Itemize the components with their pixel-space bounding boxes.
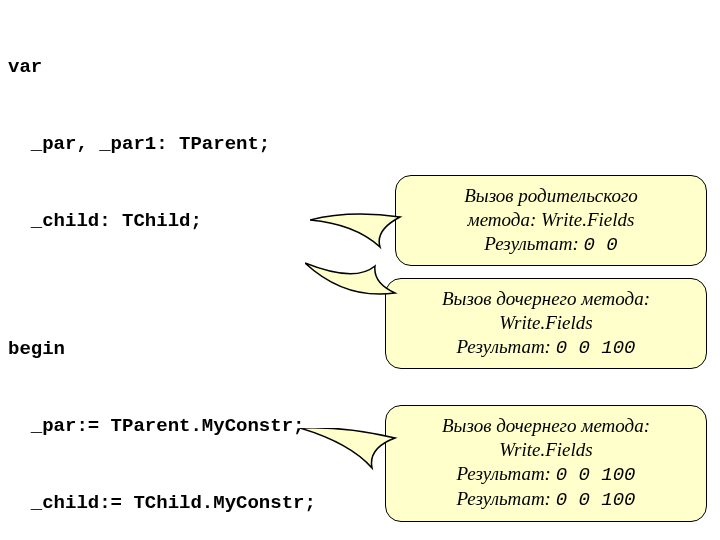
callout-text: метода: Write.Fields xyxy=(406,208,696,232)
result-value: 0 0 xyxy=(584,234,618,256)
result-value: 0 0 100 xyxy=(556,489,636,511)
code-line: _child:= TChild.MyConstr; xyxy=(8,491,316,517)
result-value: 0 0 100 xyxy=(556,464,636,486)
callout-result: Результат: 0 0 100 xyxy=(396,487,696,513)
code-line: var xyxy=(8,55,316,81)
slide-stage: var _par, _par1: TParent; _child: TChild… xyxy=(0,0,720,540)
callout-text: Write.Fields xyxy=(396,438,696,462)
callout-child-method-1: Вызов дочернего метода: Write.Fields Рез… xyxy=(385,278,707,369)
callout-child-method-2: Вызов дочернего метода: Write.Fields Рез… xyxy=(385,405,707,522)
callout-result: Результат: 0 0 xyxy=(406,232,696,258)
callout-tail-icon xyxy=(305,258,400,303)
callout-text: Вызов дочернего метода: xyxy=(396,414,696,438)
callout-result: Результат: 0 0 100 xyxy=(396,462,696,488)
code-line: begin xyxy=(8,337,316,363)
callout-text: Вызов дочернего метода: xyxy=(396,287,696,311)
callout-parent-method: Вызов родительского метода: Write.Fields… xyxy=(395,175,707,266)
callout-text: Вызов родительского xyxy=(406,184,696,208)
result-value: 0 0 100 xyxy=(556,337,636,359)
code-block: var _par, _par1: TParent; _child: TChild… xyxy=(8,4,316,540)
callout-tail-icon xyxy=(310,212,405,252)
result-label: Результат: xyxy=(456,463,551,484)
result-label: Результат: xyxy=(456,488,551,509)
code-line: _par:= TParent.MyConstr; xyxy=(8,414,316,440)
code-line: _child: TChild; xyxy=(8,209,316,235)
result-label: Результат: xyxy=(456,336,551,357)
callout-text: Write.Fields xyxy=(396,311,696,335)
code-line: _par, _par1: TParent; xyxy=(8,132,316,158)
callout-tail-icon xyxy=(300,428,400,473)
result-label: Результат: xyxy=(484,233,579,254)
callout-result: Результат: 0 0 100 xyxy=(396,335,696,361)
